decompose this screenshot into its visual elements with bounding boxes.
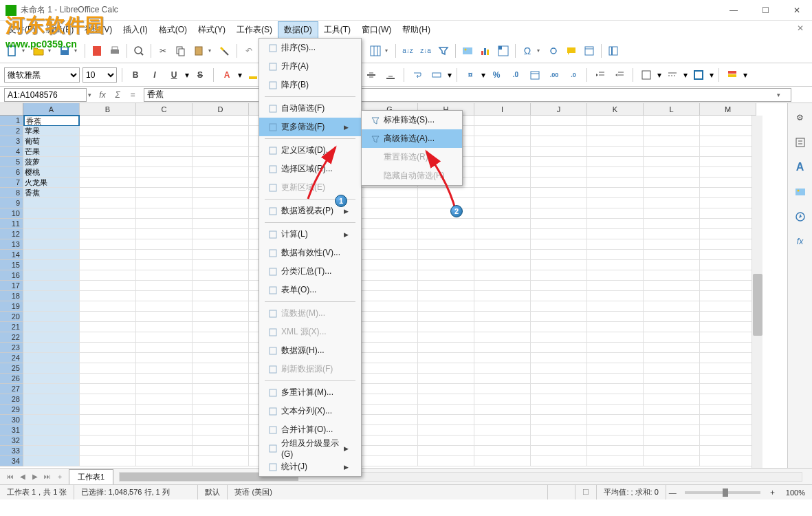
cell[interactable] xyxy=(136,229,193,239)
cell[interactable] xyxy=(23,353,80,363)
add-sheet-button[interactable]: ＋ xyxy=(54,472,66,482)
cell[interactable] xyxy=(531,374,587,384)
cell[interactable] xyxy=(587,219,644,229)
cell[interactable] xyxy=(700,250,756,260)
sort-asc-button[interactable]: a↓z xyxy=(399,43,416,59)
strikethrough-button[interactable]: S xyxy=(192,67,208,83)
cell[interactable]: 香蕉 xyxy=(23,188,80,198)
cell[interactable] xyxy=(587,436,644,446)
cell[interactable]: 菠萝 xyxy=(23,157,80,167)
cell[interactable] xyxy=(193,405,249,415)
cell[interactable] xyxy=(23,384,80,394)
cell[interactable] xyxy=(193,446,249,456)
row-header[interactable]: 29 xyxy=(0,405,23,415)
cell[interactable] xyxy=(587,405,644,415)
cell[interactable]: 芒果 xyxy=(23,147,80,157)
status-style[interactable]: 默认 xyxy=(198,485,228,499)
cell[interactable] xyxy=(136,208,193,219)
cell[interactable] xyxy=(193,250,249,260)
cell[interactable] xyxy=(644,446,700,456)
cell[interactable] xyxy=(474,219,531,229)
borders-button[interactable] xyxy=(638,67,655,83)
cell[interactable] xyxy=(644,167,700,178)
cell[interactable] xyxy=(644,353,700,363)
cell[interactable] xyxy=(362,301,418,312)
header-footer-button[interactable] xyxy=(581,43,597,59)
cell[interactable] xyxy=(644,198,700,208)
cell[interactable] xyxy=(23,415,80,425)
cell[interactable] xyxy=(644,250,700,260)
cell[interactable] xyxy=(644,157,700,167)
cell[interactable] xyxy=(418,301,474,312)
cell[interactable] xyxy=(700,446,756,456)
cell[interactable] xyxy=(700,260,756,270)
cell[interactable] xyxy=(136,374,193,384)
cell[interactable] xyxy=(700,281,756,291)
cell[interactable] xyxy=(531,116,587,126)
cell[interactable] xyxy=(700,147,756,157)
print-button[interactable] xyxy=(107,43,123,59)
cell[interactable] xyxy=(23,270,80,281)
cell[interactable] xyxy=(587,322,644,332)
cell[interactable] xyxy=(531,363,587,374)
cell[interactable] xyxy=(136,188,193,198)
cell[interactable] xyxy=(531,167,587,178)
cell[interactable] xyxy=(23,363,80,374)
sum-button[interactable]: Σ xyxy=(111,88,124,102)
new-button[interactable] xyxy=(4,43,21,59)
cell[interactable] xyxy=(531,229,587,239)
cell[interactable] xyxy=(531,281,587,291)
cell[interactable] xyxy=(80,250,136,260)
menu-item[interactable]: 数据源(H)... xyxy=(259,341,361,360)
cell[interactable] xyxy=(193,198,249,208)
cell[interactable] xyxy=(700,116,756,126)
cell[interactable] xyxy=(587,456,644,466)
cell[interactable] xyxy=(362,436,418,446)
cell[interactable] xyxy=(644,312,700,322)
menu-sheet[interactable]: 工作表(S) xyxy=(231,22,278,38)
cell[interactable] xyxy=(362,446,418,456)
row-header[interactable]: 1 xyxy=(0,116,23,126)
paste-button[interactable] xyxy=(190,43,207,59)
wrap-button[interactable] xyxy=(409,67,426,83)
italic-button[interactable]: I xyxy=(146,67,163,83)
cell[interactable] xyxy=(474,436,531,446)
cell[interactable] xyxy=(644,136,700,147)
cell[interactable] xyxy=(644,270,700,281)
menu-format[interactable]: 格式(O) xyxy=(153,22,193,38)
cell[interactable] xyxy=(23,301,80,312)
cell[interactable] xyxy=(587,116,644,126)
row-header[interactable]: 2 xyxy=(0,126,23,136)
row-header[interactable]: 4 xyxy=(0,147,23,157)
menu-file[interactable]: 文件(F) xyxy=(3,22,41,38)
cell[interactable] xyxy=(136,239,193,250)
cell[interactable] xyxy=(644,229,700,239)
menu-item[interactable]: 选择区域(R)... xyxy=(259,160,361,178)
cell[interactable] xyxy=(531,353,587,363)
open-button[interactable] xyxy=(30,43,47,59)
cell[interactable] xyxy=(474,425,531,436)
menu-insert[interactable]: 插入(I) xyxy=(118,22,153,38)
cell[interactable] xyxy=(80,332,136,343)
cell[interactable] xyxy=(136,260,193,270)
cell[interactable] xyxy=(136,405,193,415)
cell[interactable] xyxy=(193,456,249,466)
chart-button[interactable] xyxy=(477,43,494,59)
menu-item[interactable]: 文本分列(X)... xyxy=(259,402,361,420)
cell[interactable] xyxy=(418,291,474,301)
row-header[interactable]: 6 xyxy=(0,167,23,178)
cell[interactable] xyxy=(644,219,700,229)
cell[interactable] xyxy=(80,374,136,384)
cell[interactable] xyxy=(136,147,193,157)
cell[interactable] xyxy=(587,394,644,405)
cell[interactable] xyxy=(700,456,756,466)
cell[interactable] xyxy=(587,281,644,291)
cell[interactable] xyxy=(193,178,249,188)
underline-button[interactable]: U xyxy=(166,67,182,83)
cell[interactable] xyxy=(136,126,193,136)
zoom-level[interactable]: 100% xyxy=(779,485,812,499)
cell[interactable] xyxy=(700,415,756,425)
cell[interactable] xyxy=(80,394,136,405)
currency-button[interactable]: ¤ xyxy=(462,67,479,83)
menu-item[interactable]: 统计(J)▶ xyxy=(259,458,361,476)
